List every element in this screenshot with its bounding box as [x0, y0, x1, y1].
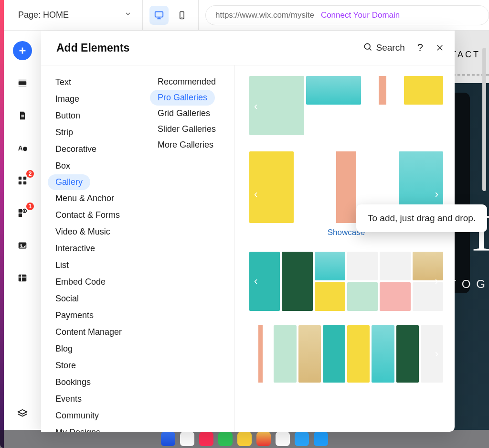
category-item[interactable]: Contact & Forms — [41, 207, 143, 224]
svg-rect-16 — [19, 181, 21, 184]
app-market-icon[interactable]: 2 — [13, 171, 32, 190]
dock-app-icon[interactable] — [276, 432, 290, 446]
svg-text:A: A — [18, 145, 23, 152]
svg-point-13 — [23, 147, 27, 151]
panel-search[interactable]: Search — [363, 42, 405, 54]
top-bar: Page: HOME https://www.wix.com/mysite Co… — [4, 0, 489, 31]
scrollbar[interactable] — [482, 48, 486, 191]
thumbnail — [380, 282, 410, 311]
category-item[interactable]: Interactive — [41, 240, 143, 257]
dock-app-icon[interactable] — [199, 432, 213, 446]
thumbnail — [249, 151, 294, 223]
category-item[interactable]: Box — [41, 158, 143, 174]
svg-rect-23 — [19, 275, 27, 282]
close-button[interactable] — [436, 43, 444, 52]
add-elements-button[interactable] — [13, 41, 32, 60]
svg-rect-10 — [21, 115, 24, 116]
next-arrow-icon[interactable]: › — [435, 348, 438, 360]
category-item[interactable]: Gallery — [48, 174, 90, 190]
next-arrow-icon[interactable]: › — [435, 188, 438, 201]
search-label: Search — [376, 43, 405, 53]
subcategory-list: RecommendedPro GalleriesGrid GalleriesSl… — [143, 65, 235, 432]
layers-icon[interactable] — [13, 404, 32, 423]
next-arrow-icon[interactable]: › — [435, 275, 438, 288]
subcategory-item[interactable]: Recommended — [143, 74, 234, 90]
sections-icon[interactable] — [13, 74, 32, 93]
thumbnail — [306, 76, 361, 105]
subcategory-item[interactable]: Pro Galleries — [150, 90, 215, 106]
prev-arrow-icon[interactable]: ‹ — [254, 348, 257, 360]
url-bar[interactable]: https://www.wix.com/mysite Connect Your … — [205, 5, 489, 25]
page-selector[interactable]: Page: HOME — [4, 10, 142, 20]
next-arrow-icon[interactable]: › — [435, 100, 438, 113]
content-manager-icon[interactable] — [13, 268, 32, 288]
svg-rect-9 — [19, 86, 27, 87]
thumbnail — [413, 252, 443, 280]
category-item[interactable]: Store — [41, 357, 143, 374]
category-item[interactable]: Embed Code — [41, 274, 143, 290]
dock-app-icon[interactable] — [180, 432, 194, 446]
category-item[interactable]: Button — [41, 107, 143, 124]
gallery-preview[interactable]: ‹ › — [249, 76, 443, 137]
category-item[interactable]: Social — [41, 290, 143, 307]
category-item[interactable]: Payments — [41, 307, 143, 324]
category-item[interactable]: Video & Music — [41, 224, 143, 240]
dock-app-icon[interactable] — [237, 432, 252, 446]
dock-app-icon[interactable] — [314, 432, 328, 446]
svg-marker-26 — [18, 410, 27, 414]
svg-point-27 — [364, 43, 370, 49]
dock-app-icon[interactable] — [161, 432, 175, 446]
category-item[interactable]: Community — [41, 407, 143, 424]
panel-title: Add Elements — [56, 42, 129, 54]
tooltip-text: To add, just drag and drop. — [368, 213, 476, 223]
help-button[interactable]: ? — [417, 42, 423, 54]
gallery-preview[interactable]: ‹ › — [249, 325, 443, 383]
gallery-preview[interactable]: ‹ › — [249, 252, 443, 311]
category-item[interactable]: Blog — [41, 341, 143, 357]
category-item[interactable]: Events — [41, 391, 143, 407]
media-icon[interactable] — [13, 236, 32, 255]
dock-app-icon[interactable] — [256, 432, 271, 446]
dock-app-icon[interactable] — [295, 432, 309, 446]
window-accent — [0, 0, 4, 448]
device-switcher — [142, 0, 199, 30]
drag-drop-tooltip: To add, just drag and drop. — [356, 204, 487, 232]
thumbnail — [396, 325, 419, 383]
site-design-icon[interactable]: A — [13, 139, 32, 158]
thumbnail — [421, 325, 443, 383]
category-item[interactable]: Image — [41, 91, 143, 107]
thumbnail — [347, 282, 378, 311]
category-item[interactable]: My Designs — [41, 424, 143, 432]
svg-rect-7 — [19, 81, 27, 85]
category-item[interactable]: Bookings — [41, 374, 143, 391]
svg-rect-0 — [155, 11, 163, 17]
thumbnail — [363, 76, 402, 105]
mobile-view-button[interactable] — [172, 6, 191, 25]
connect-domain-link[interactable]: Connect Your Domain — [321, 11, 400, 20]
dock-app-icon[interactable] — [218, 432, 233, 446]
svg-line-28 — [369, 48, 371, 50]
svg-rect-18 — [19, 209, 22, 213]
category-item[interactable]: Content Manager — [41, 324, 143, 341]
thumbnail — [347, 252, 378, 280]
svg-rect-11 — [21, 117, 24, 117]
category-item[interactable]: Text — [41, 74, 143, 91]
thumbnail — [413, 282, 443, 311]
my-business-icon[interactable]: 1 — [13, 203, 32, 223]
prev-arrow-icon[interactable]: ‹ — [254, 100, 257, 113]
desktop-view-button[interactable] — [149, 6, 169, 25]
category-item[interactable]: Menu & Anchor — [41, 190, 143, 207]
category-item[interactable]: Strip — [41, 124, 143, 141]
pages-icon[interactable] — [13, 106, 32, 125]
category-item[interactable]: Decorative — [41, 141, 143, 158]
prev-arrow-icon[interactable]: ‹ — [254, 188, 257, 201]
svg-rect-17 — [23, 181, 26, 184]
thumbnail — [274, 325, 296, 383]
chevron-down-icon — [124, 10, 132, 20]
subcategory-item[interactable]: Slider Galleries — [143, 121, 234, 137]
subcategory-item[interactable]: More Galleries — [143, 137, 234, 153]
prev-arrow-icon[interactable]: ‹ — [254, 275, 257, 288]
subcategory-item[interactable]: Grid Galleries — [143, 106, 234, 121]
gallery-previews: ‹ › ‹ › Showcase — [235, 65, 455, 432]
category-item[interactable]: List — [41, 257, 143, 274]
